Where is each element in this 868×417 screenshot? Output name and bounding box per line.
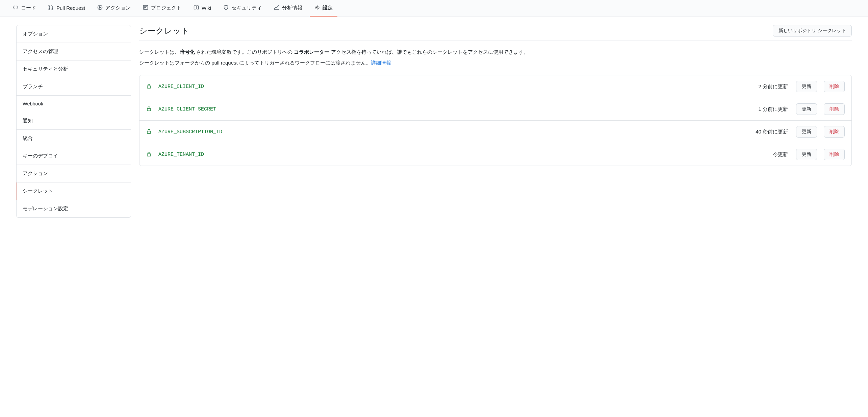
svg-rect-16 [147,154,151,156]
update-secret-button[interactable]: 更新 [796,126,817,138]
tabnav-label: Wiki [202,5,211,11]
secret-name[interactable]: AZURE_CLIENT_SECRET [158,106,754,112]
svg-rect-15 [147,131,151,133]
settings-sidebar: オプションアクセスの管理セキュリティと分析ブランチWebhook通知統合キーのデ… [16,25,131,218]
update-secret-button[interactable]: 更新 [796,103,817,115]
desc-text: シークレットはフォークからの pull request によってトリガーされるワ… [139,60,371,66]
secret-row: AZURE_CLIENT_ID2 分前に更新更新削除 [139,75,851,98]
delete-secret-button[interactable]: 削除 [824,126,845,138]
project-icon [143,5,148,11]
tab-security[interactable]: セキュリティ [219,0,266,17]
svg-point-12 [316,7,318,8]
tabnav-label: Pull Request [56,5,85,11]
secret-row: AZURE_CLIENT_SECRET1 分前に更新更新削除 [139,98,851,121]
desc-bold-encrypted: 暗号化 [180,49,195,55]
tab-settings[interactable]: 設定 [310,0,337,17]
svg-point-9 [226,7,226,7]
new-repository-secret-button[interactable]: 新しいリポジトリ シークレット [773,25,852,36]
sidebar-webhook[interactable]: Webhook [17,96,131,112]
play-icon [97,5,103,11]
delete-secret-button[interactable]: 削除 [824,103,845,115]
svg-rect-14 [147,108,151,111]
sidebar-branches[interactable]: ブランチ [17,78,131,96]
secret-updated-text: 1 分前に更新 [758,106,788,113]
lock-icon [146,83,152,90]
lock-icon [146,106,152,113]
secrets-list: AZURE_CLIENT_ID2 分前に更新更新削除AZURE_CLIENT_S… [139,75,852,166]
desc-text: アクセス権を持っていれば、誰でもこれらのシークレットをアクセスに使用できます。 [329,49,528,55]
secret-name[interactable]: AZURE_SUBSCRIPTION_ID [158,129,751,135]
sidebar-integrations[interactable]: 統合 [17,130,131,147]
tabnav-label: 設定 [323,5,333,11]
tab-actions[interactable]: アクション [93,0,135,17]
lock-icon [146,151,152,158]
svg-rect-13 [147,86,151,88]
secret-name[interactable]: AZURE_TENANT_ID [158,152,769,157]
repo-tabnav: コードPull RequestアクションプロジェクトWikiセキュリティ分析情報… [0,0,868,17]
sidebar-deploy-keys[interactable]: キーのデプロイ [17,147,131,165]
gear-icon [314,5,320,11]
sidebar-access[interactable]: アクセスの管理 [17,43,131,60]
secret-updated-text: 40 秒前に更新 [756,129,788,135]
tab-pull-request[interactable]: Pull Request [44,0,90,17]
graph-icon [274,5,279,11]
lock-icon [146,129,152,135]
tabnav-label: アクション [105,5,131,11]
secret-updated-text: 2 分前に更新 [758,83,788,90]
svg-point-2 [52,8,53,10]
tab-code[interactable]: コード [8,0,41,17]
svg-point-1 [49,8,50,10]
tabnav-label: プロジェクト [151,5,181,11]
sidebar-notifications[interactable]: 通知 [17,112,131,130]
desc-bold-collaborator: コラボレーター [294,49,329,55]
desc-text: シークレットは、 [139,49,180,55]
main-content: シークレット 新しいリポジトリ シークレット シークレットは、暗号化 された環境… [139,25,852,218]
sidebar-secrets[interactable]: シークレット [17,182,131,200]
sidebar-options[interactable]: オプション [17,25,131,43]
pr-icon [48,5,54,11]
description-block: シークレットは、暗号化 された環境変数です。このリポジトリへの コラボレーター … [139,48,852,67]
svg-point-0 [49,5,50,6]
svg-marker-4 [100,7,101,8]
tabnav-label: コード [21,5,36,11]
tabnav-label: セキュリティ [231,5,262,11]
page-title: シークレット [139,25,189,36]
secret-updated-text: 今更新 [773,151,788,158]
code-icon [13,5,18,11]
shield-icon [223,5,229,11]
secret-row: AZURE_SUBSCRIPTION_ID40 秒前に更新更新削除 [139,121,851,143]
book-icon [194,5,199,11]
tabnav-label: 分析情報 [282,5,302,11]
secret-row: AZURE_TENANT_ID今更新更新削除 [139,143,851,166]
delete-secret-button[interactable]: 削除 [824,149,845,160]
update-secret-button[interactable]: 更新 [796,81,817,92]
sidebar-moderation[interactable]: モデレーション設定 [17,200,131,217]
sidebar-actions[interactable]: アクション [17,165,131,182]
learn-more-link[interactable]: 詳細情報 [371,60,391,66]
delete-secret-button[interactable]: 削除 [824,81,845,92]
tab-wiki[interactable]: Wiki [189,0,216,17]
secret-name[interactable]: AZURE_CLIENT_ID [158,84,754,90]
desc-text: された環境変数です。このリポジトリへの [195,49,294,55]
sidebar-security-analysis[interactable]: セキュリティと分析 [17,60,131,78]
update-secret-button[interactable]: 更新 [796,149,817,160]
tab-insights[interactable]: 分析情報 [269,0,307,17]
tab-projects[interactable]: プロジェクト [138,0,186,17]
